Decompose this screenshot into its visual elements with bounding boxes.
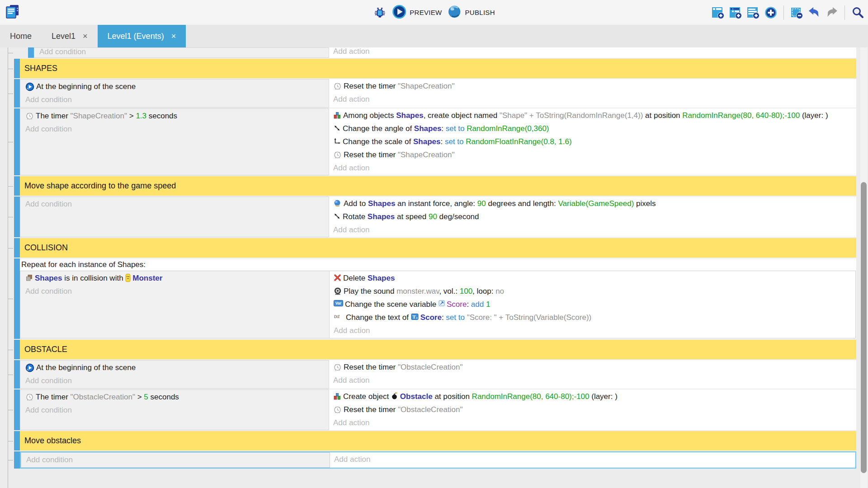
action-line[interactable]: VarChange the scene variable Score: add …: [334, 299, 852, 312]
delete-selection-icon[interactable]: [790, 6, 803, 19]
group-header[interactable]: Move obstacles: [20, 431, 856, 450]
actions-cell: Reset the timer "ObstacleCreation"Add ac…: [329, 360, 856, 389]
tab-home[interactable]: Home: [0, 25, 42, 47]
foreach-header[interactable]: Repeat for each instance of Shapes:: [20, 259, 856, 271]
action-line[interactable]: Create object Obstacle at position Rando…: [333, 391, 853, 404]
action-line[interactable]: Change the scale of Shapes: set to Rando…: [333, 136, 853, 149]
vertical-scrollbar[interactable]: [860, 47, 867, 488]
event-drag-handle[interactable]: [14, 197, 20, 237]
event-drag-handle[interactable]: [14, 360, 20, 389]
condition-line[interactable]: The timer "ShapeCreation" > 1.3 seconds: [25, 110, 325, 123]
action-line[interactable]: txtChange the text of TxScore: set to "S…: [334, 312, 852, 325]
preview-button[interactable]: PREVIEW: [392, 5, 442, 21]
event-drag-handle[interactable]: [14, 340, 20, 359]
add-condition-button[interactable]: Add condition: [26, 454, 326, 466]
condition-line[interactable]: At the beginning of the scene: [25, 81, 325, 94]
event-row: The timer "ShapeCreation" > 1.3 secondsA…: [20, 108, 856, 175]
add-condition-button[interactable]: Add condition: [25, 404, 325, 416]
action-line[interactable]: Among objects Shapes, create object name…: [333, 110, 853, 123]
foreach-inner-event: Shapes is in collision with MonsterAdd c…: [20, 271, 856, 338]
add-condition-button[interactable]: Add condition: [25, 198, 325, 210]
undo-icon[interactable]: [807, 6, 821, 19]
event-drag-handle[interactable]: [14, 431, 20, 450]
add-action-button[interactable]: Add action: [334, 454, 852, 465]
group-header-block: Move shape according to the game speed: [14, 176, 856, 196]
sound-icon: [334, 287, 342, 299]
group-header[interactable]: Move shape according to the game speed: [20, 176, 856, 196]
create-icon: [333, 111, 341, 123]
add-action-button[interactable]: Add action: [333, 375, 853, 386]
event-drag-handle[interactable]: [14, 258, 20, 339]
add-event-icon[interactable]: [711, 6, 725, 19]
action-line[interactable]: Rotate Shapes at speed 90 deg/second: [333, 211, 853, 224]
action-line[interactable]: Reset the timer "ShapeCreation": [333, 149, 853, 162]
add-other-event-icon[interactable]: [764, 6, 778, 19]
timer-icon: [333, 82, 342, 94]
timer-icon: [25, 393, 34, 404]
condition-line[interactable]: The timer "ObstacleCreation" > 5 seconds: [25, 391, 325, 404]
add-condition-button[interactable]: Add condition: [25, 94, 325, 106]
action-line[interactable]: Reset the timer "ShapeCreation": [333, 80, 853, 94]
scrollbar-thumb[interactable]: [861, 182, 867, 473]
event-drag-handle[interactable]: [14, 238, 20, 258]
event-drag-handle[interactable]: [14, 176, 20, 196]
add-subevent-icon[interactable]: [729, 6, 742, 19]
tree-elbow: [8, 94, 13, 94]
tab-close-icon[interactable]: ×: [171, 32, 176, 40]
add-condition-button[interactable]: Add condition: [25, 375, 325, 387]
tree-elbow: [8, 410, 13, 410]
add-condition-button[interactable]: Add condition: [25, 123, 325, 135]
search-icon[interactable]: [851, 6, 864, 19]
tree-elbow: [8, 142, 13, 142]
add-condition-button[interactable]: Add condition: [25, 286, 326, 297]
actions-cell: Reset the timer "ShapeCreation"Add actio…: [329, 79, 856, 108]
add-action-button[interactable]: Add action: [333, 94, 853, 105]
group-header[interactable]: OBSTACLE: [20, 340, 856, 359]
action-line[interactable]: Reset the timer "ObstacleCreation": [333, 404, 853, 417]
group-label: SHAPES: [24, 64, 57, 73]
event-drag-handle[interactable]: [14, 108, 20, 175]
add-condition-button[interactable]: Add condition: [39, 47, 325, 58]
tab-level1-events-[interactable]: Level1 (Events)×: [98, 25, 186, 47]
add-action-button[interactable]: Add action: [333, 417, 853, 429]
tree-elbow: [8, 69, 13, 69]
event-drag-handle[interactable]: [14, 59, 20, 78]
redo-icon[interactable]: [825, 6, 839, 19]
action-line[interactable]: Add to Shapes an instant force, angle: 9…: [333, 198, 853, 211]
publish-button[interactable]: PUBLISH: [447, 5, 495, 21]
add-action-button[interactable]: Add action: [334, 325, 852, 337]
add-action-button[interactable]: Add action: [333, 224, 853, 236]
tab-level1[interactable]: Level1×: [42, 25, 98, 47]
foreach-event-block: Repeat for each instance of Shapes:Shape…: [14, 258, 856, 339]
debug-icon[interactable]: [373, 6, 387, 19]
condition-line[interactable]: At the beginning of the scene: [25, 362, 325, 375]
event-drag-handle[interactable]: [14, 79, 20, 108]
action-line[interactable]: Change the angle of Shapes: set to Rando…: [333, 123, 853, 136]
group-label: COLLISION: [24, 243, 68, 253]
group-header-block: OBSTACLE: [14, 340, 856, 359]
conditions-cell: Shapes is in collision with MonsterAdd c…: [20, 271, 330, 338]
event-drag-handle[interactable]: [28, 47, 34, 58]
event-drag-handle[interactable]: [14, 451, 20, 469]
action-line[interactable]: Delete Shapes: [334, 272, 852, 286]
play-icon: [25, 82, 34, 94]
add-action-button[interactable]: Add action: [333, 47, 853, 57]
tab-bar: HomeLevel1×Level1 (Events)×: [0, 25, 868, 47]
event-block: At the beginning of the sceneAdd conditi…: [14, 360, 856, 389]
group-header[interactable]: SHAPES: [20, 59, 856, 78]
app-menu-button[interactable]: [4, 3, 22, 22]
top-toolbar: PREVIEW PUBLISH: [0, 0, 868, 25]
actions-cell: Add to Shapes an instant force, angle: 9…: [329, 197, 856, 237]
condition-line[interactable]: Shapes is in collision with Monster: [25, 272, 326, 286]
add-comment-icon[interactable]: [746, 6, 760, 19]
add-action-button[interactable]: Add action: [333, 162, 853, 174]
text-object-icon: Tx: [411, 313, 419, 325]
action-line[interactable]: Reset the timer "ObstacleCreation": [333, 361, 853, 375]
tab-label: Level1 (Events): [108, 32, 164, 41]
event-drag-handle[interactable]: [14, 389, 20, 430]
action-line[interactable]: Play the sound monster.wav, vol.: 100, l…: [334, 286, 852, 299]
globe-icon: [447, 5, 462, 21]
group-header[interactable]: COLLISION: [20, 238, 856, 258]
tab-label: Level1: [52, 32, 75, 41]
tab-close-icon[interactable]: ×: [83, 32, 88, 40]
